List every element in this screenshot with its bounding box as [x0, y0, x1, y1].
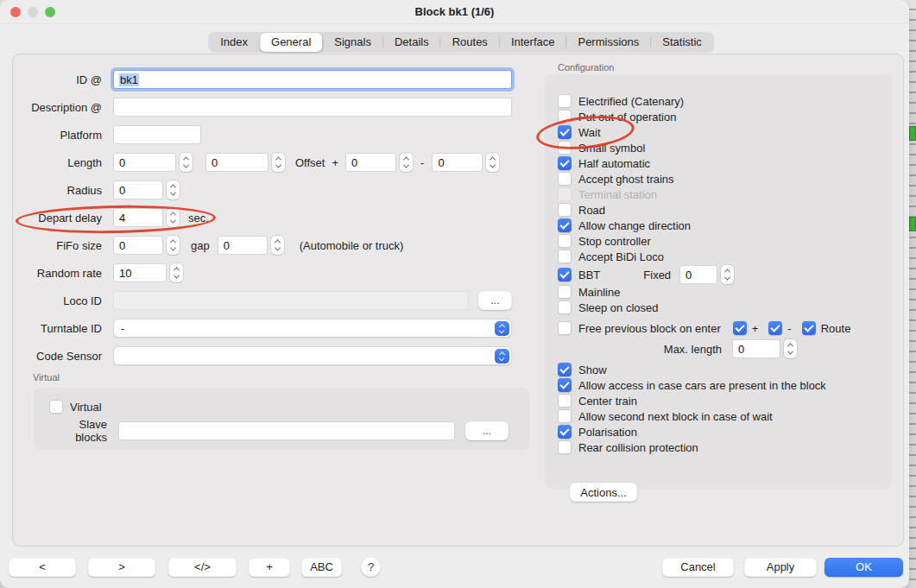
- small-symbol-checkbox[interactable]: [558, 141, 572, 155]
- put-out-of-operation-checkbox[interactable]: [558, 110, 572, 123]
- tab-index[interactable]: Index: [209, 33, 259, 52]
- offset-plus-input[interactable]: 0: [345, 153, 396, 172]
- electrified-label: Electrified (Catenary): [578, 95, 684, 108]
- length-stepper-2[interactable]: [272, 153, 285, 172]
- platform-input[interactable]: [113, 125, 201, 144]
- mainline-label: Mainline: [578, 286, 620, 299]
- description-input[interactable]: [113, 98, 512, 117]
- slave-blocks-input[interactable]: [118, 421, 455, 440]
- free-prev-minus-checkbox[interactable]: [768, 321, 782, 335]
- previous-block-button[interactable]: <: [9, 558, 76, 577]
- free-prev-plus-group: +: [733, 321, 759, 335]
- tab-interface[interactable]: Interface: [500, 33, 566, 52]
- rear-collision-checkbox[interactable]: [558, 440, 572, 454]
- slave-blocks-browse-button[interactable]: ...: [465, 421, 509, 440]
- allow-change-direction-label: Allow change direction: [578, 219, 691, 232]
- show-checkbox[interactable]: [558, 363, 572, 376]
- help-button[interactable]: ?: [361, 557, 381, 577]
- depart-delay-unit: sec.: [188, 212, 209, 224]
- wait-checkbox[interactable]: [558, 125, 572, 139]
- apply-button[interactable]: Apply: [744, 558, 817, 577]
- radius-label: Radius: [13, 184, 102, 197]
- free-prev-plus-checkbox[interactable]: [733, 321, 747, 335]
- next-block-button[interactable]: >: [88, 558, 155, 577]
- configuration-group: Electrified (Catenary) Put out of operat…: [545, 74, 892, 489]
- tab-signals[interactable]: Signals: [323, 33, 382, 52]
- half-automatic-checkbox[interactable]: [558, 156, 572, 170]
- depart-delay-label: Depart delay: [13, 212, 102, 224]
- bbt-fixed-label: Fixed: [643, 269, 671, 281]
- actions-button[interactable]: Actions...: [570, 483, 637, 502]
- add-button[interactable]: +: [249, 558, 290, 577]
- option-small-symbol: Small symbol: [545, 140, 892, 155]
- road-checkbox[interactable]: [558, 203, 572, 217]
- cancel-button[interactable]: Cancel: [662, 558, 734, 577]
- stop-controller-checkbox[interactable]: [558, 234, 572, 248]
- random-rate-stepper[interactable]: [170, 263, 183, 282]
- random-rate-input[interactable]: 10: [113, 263, 167, 282]
- radius-stepper[interactable]: [167, 180, 180, 199]
- platform-row: Platform: [13, 125, 540, 144]
- allow-access-cars-checkbox[interactable]: [558, 378, 572, 392]
- turntable-id-select[interactable]: -: [113, 319, 512, 338]
- gap-stepper[interactable]: [271, 236, 284, 255]
- option-accept-bidi-loco: Accept BiDi Loco: [545, 249, 892, 264]
- close-window-button[interactable]: [10, 7, 21, 17]
- accept-bidi-loco-label: Accept BiDi Loco: [578, 250, 664, 263]
- virtual-checkbox[interactable]: [49, 400, 63, 414]
- radius-input[interactable]: 0: [113, 180, 163, 199]
- mainline-checkbox[interactable]: [558, 285, 572, 299]
- sleep-on-closed-label: Sleep on closed: [578, 301, 659, 314]
- abc-button[interactable]: ABC: [301, 558, 342, 577]
- accept-ghost-trains-checkbox[interactable]: [558, 172, 572, 186]
- electrified-checkbox[interactable]: [558, 94, 572, 108]
- traffic-lights: [10, 7, 55, 17]
- depart-delay-stepper[interactable]: [167, 208, 180, 227]
- max-length-input[interactable]: 0: [732, 339, 780, 358]
- depart-delay-input[interactable]: 4: [113, 208, 163, 227]
- free-prev-route-checkbox[interactable]: [802, 321, 816, 335]
- fifo-stepper[interactable]: [167, 236, 180, 255]
- xml-button[interactable]: </>: [168, 558, 237, 577]
- id-input[interactable]: bk1: [113, 70, 512, 89]
- code-sensor-select[interactable]: [113, 346, 512, 365]
- depart-delay-row: Depart delay 4 sec.: [13, 208, 540, 227]
- tab-permissions[interactable]: Permissions: [566, 33, 650, 52]
- free-prev-minus-group: -: [768, 321, 791, 335]
- offset-minus-stepper[interactable]: [486, 153, 499, 172]
- tab-general[interactable]: General: [260, 33, 322, 52]
- fifo-input[interactable]: 0: [113, 236, 163, 255]
- fifo-note: (Automobile or truck): [300, 239, 404, 252]
- accept-bidi-loco-checkbox[interactable]: [558, 250, 572, 263]
- tab-routes[interactable]: Routes: [441, 33, 499, 52]
- free-previous-block-checkbox[interactable]: [558, 321, 572, 335]
- polarisation-checkbox[interactable]: [558, 425, 572, 439]
- max-length-stepper[interactable]: [784, 339, 797, 358]
- length-stepper-1[interactable]: [180, 153, 193, 172]
- gap-input[interactable]: 0: [218, 236, 268, 255]
- allow-change-direction-checkbox[interactable]: [558, 218, 572, 232]
- offset-plus-stepper[interactable]: [400, 153, 413, 172]
- sleep-on-closed-checkbox[interactable]: [558, 300, 572, 314]
- minimize-window-button[interactable]: [28, 7, 38, 17]
- tab-details[interactable]: Details: [383, 33, 440, 52]
- footer-bar: < > </> + ABC ? Cancel Apply OK: [9, 557, 903, 577]
- id-label: ID @: [13, 73, 102, 86]
- bbt-checkbox[interactable]: [558, 268, 572, 281]
- configuration-section-title: Configuration: [558, 62, 614, 73]
- allow-second-next-block-checkbox[interactable]: [558, 409, 572, 423]
- bbt-fixed-stepper[interactable]: [721, 265, 734, 284]
- length-input-1[interactable]: 0: [113, 153, 176, 172]
- length-input-2[interactable]: 0: [205, 153, 268, 172]
- bbt-fixed-input[interactable]: 0: [679, 265, 717, 284]
- loco-id-browse-button[interactable]: ...: [478, 291, 512, 310]
- option-road: Road: [545, 202, 892, 218]
- option-sleep-on-closed: Sleep on closed: [545, 300, 892, 315]
- option-center-train: Center train: [545, 393, 892, 408]
- small-symbol-label: Small symbol: [578, 142, 645, 155]
- zoom-window-button[interactable]: [45, 7, 55, 17]
- offset-minus-input[interactable]: 0: [432, 153, 483, 172]
- tab-statistic[interactable]: Statistic: [651, 33, 713, 52]
- center-train-checkbox[interactable]: [558, 394, 572, 408]
- ok-button[interactable]: OK: [824, 558, 903, 577]
